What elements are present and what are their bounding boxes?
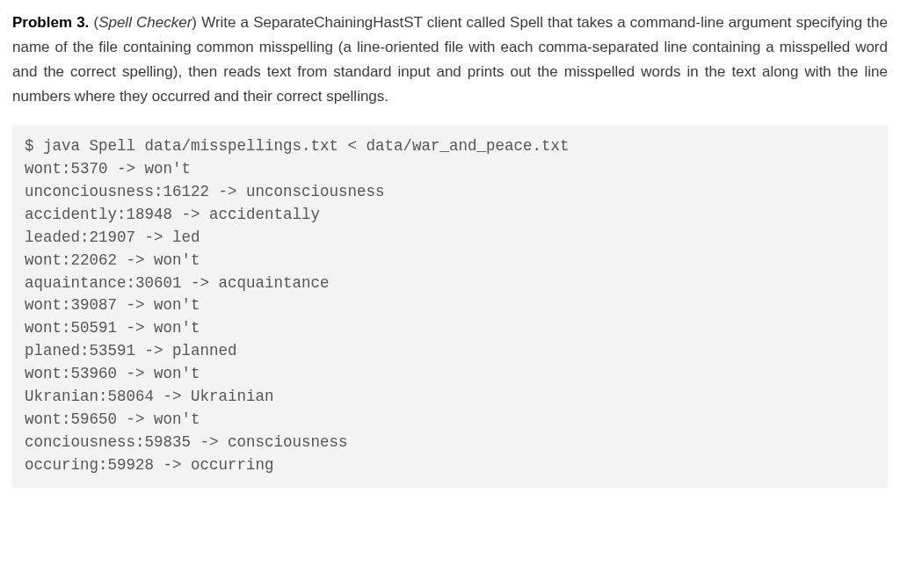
output-line: accidently:18948 -> accidentally: [25, 206, 320, 223]
command-line: $ java Spell data/misspellings.txt < dat…: [25, 137, 570, 155]
problem-title: Spell Checker: [98, 14, 192, 31]
output-line: conciousness:59835 -> consciousness: [25, 433, 348, 451]
output-line: wont:59650 -> won't: [25, 410, 200, 428]
output-line: aquaintance:30601 -> acquaintance: [25, 274, 330, 292]
problem-title-close-paren: ): [192, 14, 201, 31]
output-line: wont:39087 -> won't: [25, 296, 200, 314]
output-line: wont:50591 -> won't: [25, 319, 200, 337]
output-line: unconciousness:16122 -> unconsciousness: [25, 183, 385, 200]
output-line: Ukranian:58064 -> Ukrainian: [25, 388, 274, 405]
code-output-block: $ java Spell data/misspellings.txt < dat…: [12, 125, 888, 487]
output-line: leaded:21907 -> led: [25, 229, 200, 246]
output-line: wont:5370 -> won't: [25, 160, 191, 178]
output-line: occuring:59928 -> occurring: [25, 456, 274, 474]
output-line: wont:22062 -> won't: [25, 251, 200, 269]
problem-statement: Problem 3. (Spell Checker) Write a Separ…: [12, 11, 888, 109]
output-line: wont:53960 -> won't: [25, 365, 200, 382]
problem-label: Problem 3.: [12, 14, 89, 31]
output-line: planed:53591 -> planned: [25, 342, 237, 359]
